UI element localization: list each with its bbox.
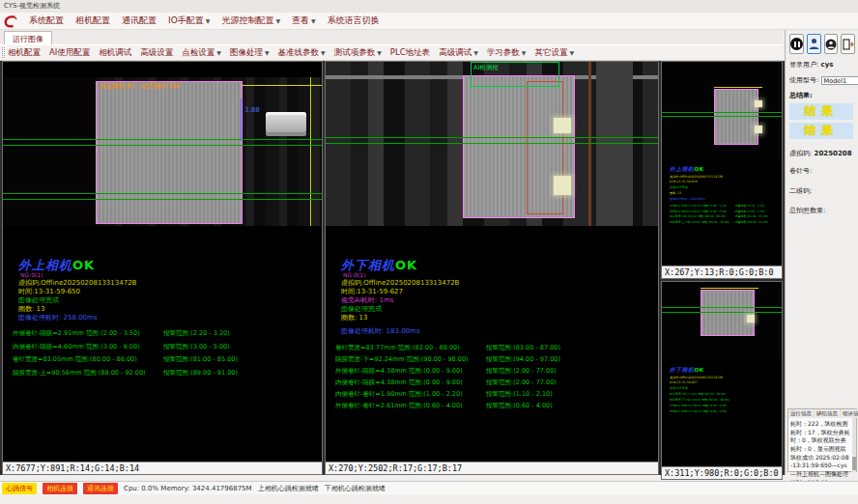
toolbar-grip[interactable] bbox=[2, 47, 5, 58]
pixel-caption: X:311;Y:980;R:0;G:0;B:0 bbox=[662, 466, 782, 479]
toolbar-item-baseline-params[interactable]: 基准线参数▼ bbox=[278, 47, 326, 59]
turns-text: 圈数: 13 bbox=[341, 313, 368, 322]
image-dark-region bbox=[3, 77, 96, 226]
thumbnail-view-top: 外上相机OK 虚拟码:Offline2025020813313472B 时间:1… bbox=[661, 61, 783, 279]
toolbar-item-advanced-debug[interactable]: 高级调试▼ bbox=[439, 47, 478, 59]
thumbnail-overlay-text: 外上相机OK 虚拟码:Offline2025020813313472B 时间:1… bbox=[670, 164, 787, 226]
pixel-caption: X:7677;Y:891;R:14;G:14;B:14 bbox=[3, 462, 322, 474]
result-box-2: 结果 bbox=[789, 123, 853, 139]
exit-door-icon bbox=[843, 39, 854, 50]
info-log-text: 耗时：222，纵纹检测耗时：17，纵纹分类耗时：0，纵纹视联分类耗时：0，显示图… bbox=[788, 418, 856, 490]
thumbnail-image[interactable] bbox=[662, 282, 782, 359]
toolbar-item-advanced-settings[interactable]: 高级设置 bbox=[140, 47, 173, 59]
chevron-down-icon: ▼ bbox=[206, 17, 211, 24]
camera-panel-upper-outer: 固定阈值:93，动态阈值:100 3.88 外上相机OK NG:0(1) 虚拟码… bbox=[2, 61, 323, 475]
window-title: CYS-视觉检测系统 bbox=[4, 2, 60, 10]
toolbar-item-learning-params[interactable]: 学习参数▼ bbox=[487, 47, 527, 59]
alarm-range-text: 报警范围:(1.10 - 2.10) bbox=[486, 390, 553, 399]
camera-panel-lower-outer: AI检测框 外下相机OK NG:0(1) 虚拟码:Offline20250208… bbox=[325, 61, 659, 475]
camera-image-lower-outer[interactable]: AI检测框 bbox=[326, 62, 658, 226]
menu-item-io-config[interactable]: IO手配置▼ bbox=[168, 14, 210, 27]
toolbar-item-camera-config[interactable]: 相机配置 bbox=[8, 47, 41, 59]
measure-line-green bbox=[662, 312, 782, 313]
tab-run-image[interactable]: 运行图像 bbox=[4, 31, 52, 44]
reference-line-yellow bbox=[714, 87, 762, 88]
thumbnail-image[interactable] bbox=[662, 62, 782, 160]
shot-count-label: 总拍照数量: bbox=[789, 206, 855, 215]
measurement-text: 隔膜宽度-下=92.24mm 范围:(90.00 - 98.00) bbox=[335, 355, 469, 364]
operator-icon bbox=[825, 39, 837, 50]
user-login-button[interactable] bbox=[807, 34, 821, 54]
main-view-area: 固定阈值:93，动态阈值:100 3.88 外上相机OK NG:0(1) 虚拟码… bbox=[0, 61, 785, 475]
process-time-text: 图像处理耗时: 183.00ms bbox=[341, 326, 420, 336]
camera-title: 外上相机OK bbox=[670, 165, 704, 173]
measure-line-green bbox=[662, 116, 782, 117]
info-tab-defect[interactable]: 缺陷信息 bbox=[815, 409, 840, 418]
info-tab-run[interactable]: 运行信息 bbox=[788, 409, 814, 418]
menu-item-camera-config[interactable]: 相机配置 bbox=[75, 14, 110, 27]
thumbnail-overlay-text: 外下相机OK 虚拟码:Offline2025020813313472B 时间:1… bbox=[670, 365, 787, 415]
user-icon bbox=[809, 38, 819, 50]
alarm-range-text: 报警范围:(83.00 - 87.00) bbox=[486, 344, 560, 352]
camera-image-upper-outer[interactable]: 固定阈值:93，动态阈值:100 3.88 bbox=[3, 77, 322, 226]
blue-measure-value: 3.88 bbox=[244, 106, 260, 114]
toolbar-item-test-params[interactable]: 测试项参数▼ bbox=[334, 47, 382, 59]
model-label: 使用型号: bbox=[789, 76, 818, 84]
operator-button[interactable] bbox=[824, 34, 839, 54]
ai-box-label: AI检测框 bbox=[473, 64, 499, 72]
camera-connect-badge: 相机连接 bbox=[43, 483, 77, 494]
menu-item-system-config[interactable]: 系统配置 bbox=[29, 14, 64, 27]
pause-button[interactable] bbox=[789, 34, 804, 54]
toolbar-item-camera-debug[interactable]: 相机调试 bbox=[99, 47, 131, 59]
alarm-range-text: 报警范围:(3.00 - 5.00) bbox=[163, 343, 230, 351]
measurement-row: 外侧卷针-卷针=2.61mm 范围:(0.60 - 4.00) 报警范围:(0.… bbox=[335, 402, 654, 413]
virtual-code-value: 20250208 bbox=[815, 150, 852, 157]
toolbar-item-spot-check[interactable]: 点检设置▼ bbox=[182, 47, 221, 59]
measure-line-green bbox=[3, 139, 322, 140]
measure-line-green bbox=[3, 199, 322, 200]
virtual-code-label: 虚拟码: bbox=[789, 150, 812, 157]
model-input[interactable]: Model1 bbox=[821, 76, 858, 85]
reference-line-yellow bbox=[701, 288, 758, 289]
menu-item-language-switch[interactable]: 系统语言切换 bbox=[328, 14, 380, 27]
chevron-down-icon: ▼ bbox=[216, 49, 221, 56]
reference-line-yellow-vertical bbox=[310, 77, 311, 226]
measurement-row: 内侧卷针-隔膜=4.38mm 范围:(0.00 - 9.00) 报警范围:(2.… bbox=[335, 378, 654, 390]
measurement-text: 卷针宽度=83.05mm 范围:(80.00 - 86.00) bbox=[13, 355, 137, 364]
bright-spot bbox=[554, 118, 571, 133]
alarm-range-text: 报警范围:(2.00 - 77.00) bbox=[486, 367, 557, 376]
menu-item-view[interactable]: 查看▼ bbox=[292, 14, 316, 27]
toolbar-item-image-processing[interactable]: 图像处理▼ bbox=[230, 47, 270, 59]
pixel-caption: X:270;Y:2502;R:17;G:17;B:17 bbox=[326, 462, 658, 474]
info-scrollbar[interactable] bbox=[852, 417, 856, 472]
measurement-text: 隔膜宽度-上=90.56mm 范围:(88.00 - 92.00) bbox=[13, 369, 146, 378]
toolbar-item-ai-usage-config[interactable]: AI使用配置 bbox=[49, 47, 90, 59]
cpu-memory-text: Cpu: 0.0% Memory: 3424.41796875M bbox=[124, 485, 252, 492]
menu-item-light-config[interactable]: 光源控制配置▼ bbox=[221, 14, 280, 27]
measurement-row: 卷针宽度=83.05mm 范围:(80.00 - 86.00) 报警范围:(81… bbox=[13, 355, 331, 367]
login-user-label: 登录用户: bbox=[789, 61, 818, 69]
virtual-code-row: 虚拟码: 20250208 bbox=[789, 149, 855, 158]
scrollbar-thumb[interactable] bbox=[852, 457, 856, 470]
measure-line-green bbox=[3, 145, 322, 146]
app-window: CYS-视觉检测系统 系统配置 相机配置 通讯配置 IO手配置▼ 光源控制配置▼… bbox=[0, 0, 858, 504]
roi-rectangle-magenta bbox=[701, 290, 755, 336]
chevron-down-icon: ▼ bbox=[473, 49, 478, 56]
thumbnail-view-bottom: 外下相机OK 虚拟码:Offline2025020813313472B 时间:1… bbox=[661, 281, 783, 480]
toolbar-item-plc-address-table[interactable]: PLC地址表 bbox=[390, 47, 430, 59]
alarm-range-text: 报警范围:(2.20 - 3.20) bbox=[163, 329, 230, 338]
pause-icon bbox=[790, 38, 803, 50]
image-brown-edge bbox=[588, 62, 591, 226]
comm-connect-badge: 通讯连接 bbox=[83, 483, 118, 494]
measurement-row: 隔膜宽度-上=90.56mm 范围:(88.00 - 92.00) 报警范围:(… bbox=[13, 369, 331, 380]
measurement-text: 内侧卷针-卷针=1.90mm 范围:(1.00 - 2.20) bbox=[335, 390, 463, 399]
menu-item-comm-config[interactable]: 通讯配置 bbox=[122, 14, 157, 27]
upper-camera-heartbeat-text: 上相机心跳检测就绪 bbox=[258, 484, 319, 493]
measure-line-green bbox=[326, 137, 658, 138]
toolbar-item-other-settings[interactable]: 其它设置▼ bbox=[534, 47, 574, 59]
measure-line-green bbox=[3, 193, 322, 194]
exit-button[interactable] bbox=[841, 34, 855, 54]
chevron-down-icon: ▼ bbox=[522, 49, 527, 56]
total-result-label: 总结果: bbox=[789, 91, 855, 100]
side-panel: 登录用户: cys 使用型号: Model1 总结果: 结果 结果 虚拟码: 2… bbox=[785, 30, 858, 475]
